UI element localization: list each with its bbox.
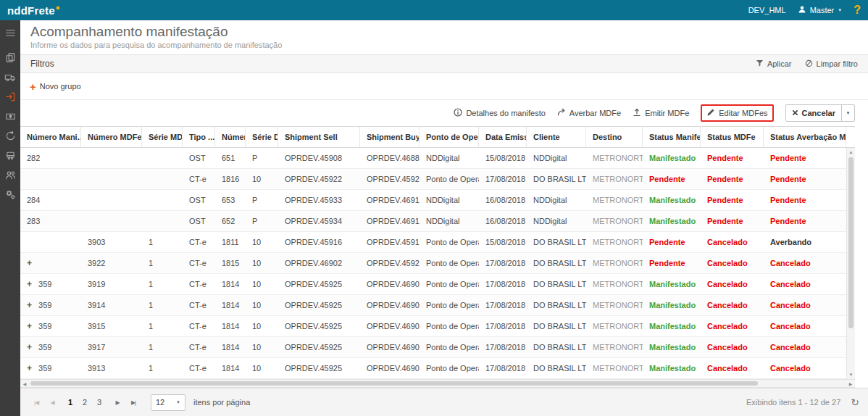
- filters-title: Filtros: [30, 59, 54, 69]
- table-row[interactable]: +39221CT-e181510OPRDEV.46902OPRDEV.45923…: [20, 253, 846, 274]
- grid-rows: 282OST651POPRDEV.45908OPRDEV.46884NDDigi…: [20, 148, 846, 379]
- help-button[interactable]: ?: [854, 4, 861, 17]
- pager-page-1[interactable]: 1: [64, 394, 77, 411]
- table-row[interactable]: 283OST652POPRDEV.45934OPRDEV.46914NDDigi…: [20, 211, 846, 232]
- column-header-cliente[interactable]: Cliente: [527, 127, 586, 147]
- pager-next-button[interactable]: ▶: [110, 394, 125, 411]
- filters-panel-header[interactable]: Filtros Aplicar Limpar filtro: [20, 54, 868, 73]
- cell-value: CT-e: [189, 322, 206, 330]
- cancelar-button[interactable]: Cancelar: [786, 105, 841, 121]
- expand-icon[interactable]: +: [27, 258, 32, 268]
- cancelar-dropdown-button[interactable]: ▼: [841, 105, 854, 121]
- sidebar-item-menu[interactable]: [0, 25, 20, 44]
- pager-prev-button[interactable]: ◀: [45, 394, 59, 411]
- cell-data_emissao: 15/08/2018 1...: [479, 232, 527, 252]
- vertical-scroll-track[interactable]: [847, 157, 855, 370]
- column-header-numero_manifesto[interactable]: Número Mani...: [20, 127, 81, 147]
- horizontal-scroll-track[interactable]: [29, 380, 846, 387]
- sidebar-item-users[interactable]: [0, 167, 20, 186]
- table-row[interactable]: +35939131CT-e181410OPRDEV.45925OPRDEV.46…: [20, 358, 846, 379]
- expand-icon[interactable]: +: [27, 300, 32, 310]
- column-header-ponto_operacao[interactable]: Ponto de Operação: [420, 127, 479, 147]
- column-header-status_manifesto[interactable]: Status Manifesto: [643, 127, 701, 147]
- averbar-mdfe-button[interactable]: Averbar MDFe: [557, 108, 621, 118]
- cell-status_averbacao: Cancelado: [764, 337, 846, 357]
- grid-horizontal-scrollbar[interactable]: ◀ ▶: [20, 379, 855, 388]
- table-row[interactable]: +35939141CT-e181410OPRDEV.45925OPRDEV.46…: [20, 295, 846, 316]
- scroll-up-icon[interactable]: ▲: [847, 148, 855, 157]
- table-row[interactable]: 282OST651POPRDEV.45908OPRDEV.46884NDDigi…: [20, 148, 846, 169]
- brand-logo[interactable]: nddFrete: [7, 4, 59, 17]
- emitir-mdfe-button[interactable]: Emitir MDFe: [633, 108, 689, 118]
- refresh-icon[interactable]: ↻: [851, 396, 859, 408]
- status-badge: Cancelado: [707, 301, 748, 309]
- pager-page-3[interactable]: 3: [93, 394, 106, 411]
- expand-icon[interactable]: +: [27, 279, 32, 289]
- cell-value: OPRDEV.46903: [367, 280, 420, 288]
- cell-value: Ponto de Operação ...: [426, 364, 479, 373]
- cell-value: OST: [189, 196, 206, 204]
- column-header-shipment_sell[interactable]: Shipment Sell: [278, 127, 360, 147]
- page-size-select[interactable]: 12 ▼: [151, 394, 185, 411]
- horizontal-scroll-thumb[interactable]: [30, 381, 758, 386]
- vertical-scroll-thumb[interactable]: [848, 157, 854, 328]
- pager-page-2[interactable]: 2: [78, 394, 91, 411]
- column-header-status_averbacao[interactable]: Status Averbação MDFe↑: [764, 127, 846, 147]
- cell-value: OPRDEV.45925: [285, 343, 342, 351]
- table-row[interactable]: CT-e181610OPRDEV.45922OPRDEV.45920Ponto …: [20, 169, 846, 190]
- status-badge: Pendente: [707, 196, 743, 204]
- cell-serie_mdfe: 1: [142, 274, 183, 294]
- cell-numero_manifesto: 282: [20, 148, 81, 168]
- sidebar-item-settings[interactable]: [0, 186, 20, 206]
- column-header-data_emissao[interactable]: Data Emissã...: [479, 127, 527, 147]
- table-row[interactable]: +35939151CT-e181410OPRDEV.45925OPRDEV.46…: [20, 316, 846, 337]
- editar-mdfes-button[interactable]: Editar MDFes: [701, 104, 773, 122]
- column-header-destino[interactable]: Destino: [586, 127, 643, 147]
- sidebar-item-documents[interactable]: [0, 49, 20, 69]
- column-header-numero_mdfe[interactable]: Número MDFe: [81, 127, 142, 147]
- sidebar-item-financial[interactable]: [0, 128, 20, 147]
- scroll-right-icon[interactable]: ▶: [846, 379, 855, 388]
- table-row[interactable]: 39031CT-e181110OPRDEV.45916OPRDEV.45914P…: [20, 232, 846, 253]
- cell-cliente: DO BRASIL LTDA-GU...: [527, 169, 586, 189]
- column-header-tipo[interactable]: Tipo ...: [183, 127, 215, 147]
- cell-destino: METRONORTE CO...: [586, 274, 643, 294]
- column-header-serie_mdfe[interactable]: Série MDFe: [142, 127, 183, 147]
- cell-ponto_operacao: NDDigital: [420, 190, 479, 210]
- expand-icon[interactable]: +: [27, 321, 32, 331]
- clear-filter-button[interactable]: Limpar filtro: [805, 59, 858, 69]
- expand-icon[interactable]: +: [27, 363, 32, 373]
- table-row[interactable]: +35939191CT-e181410OPRDEV.45925OPRDEV.46…: [20, 274, 846, 295]
- cell-value: OPRDEV.45916: [285, 238, 342, 246]
- cell-value: NDDigital: [426, 217, 459, 225]
- cell-status_mdfe: Pendente: [701, 211, 764, 231]
- scroll-down-icon[interactable]: ▼: [847, 370, 855, 379]
- expand-icon[interactable]: +: [27, 342, 32, 352]
- table-row[interactable]: +35939171CT-e181410OPRDEV.45925OPRDEV.46…: [20, 337, 846, 358]
- column-header-serie_d[interactable]: Série D...: [246, 127, 278, 147]
- cell-value: DO BRASIL LTDA-GU...: [533, 259, 586, 267]
- new-group-button[interactable]: + Novo grupo: [30, 81, 81, 92]
- column-header-shipment_buy[interactable]: Shipment Buy: [360, 127, 420, 147]
- status-badge: Pendente: [770, 175, 806, 183]
- column-header-status_mdfe[interactable]: Status MDFe: [701, 127, 764, 147]
- sidebar-item-fleet[interactable]: [0, 147, 20, 167]
- plus-icon: +: [30, 81, 36, 92]
- grid-header: Número Mani...Número MDFeSérie MDFeTipo …: [20, 127, 855, 148]
- cell-cliente: NDDigital: [527, 190, 586, 210]
- column-header-numero[interactable]: Número ...: [215, 127, 246, 147]
- pager-last-button[interactable]: ▶|: [126, 394, 141, 411]
- cell-numero_mdfe: [81, 148, 142, 168]
- grid-vertical-scrollbar[interactable]: ▲ ▼: [846, 148, 855, 379]
- manifest-details-button[interactable]: Detalhes do manifesto: [454, 108, 545, 118]
- cell-status_averbacao: Cancelado: [764, 274, 846, 294]
- scroll-left-icon[interactable]: ◀: [20, 379, 29, 388]
- sidebar-item-manifestation[interactable]: [0, 88, 20, 108]
- sidebar-item-freight[interactable]: [0, 69, 20, 88]
- apply-filter-button[interactable]: Aplicar: [756, 59, 792, 69]
- cell-status_manifesto: Manifestado: [643, 295, 701, 315]
- user-menu[interactable]: Master ▼: [798, 5, 843, 15]
- pager-first-button[interactable]: |◀: [29, 394, 43, 411]
- table-row[interactable]: 284OST653POPRDEV.45933OPRDEV.46912NDDigi…: [20, 190, 846, 211]
- sidebar-item-billing[interactable]: [0, 108, 20, 128]
